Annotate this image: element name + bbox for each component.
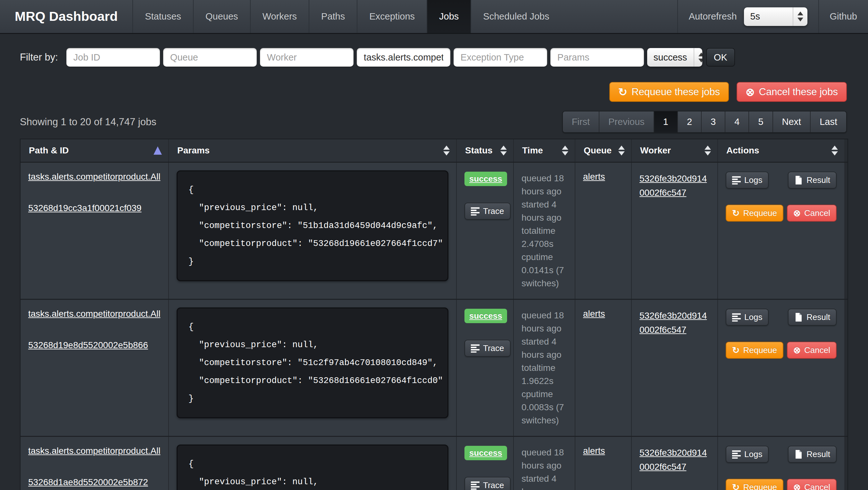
queue-link[interactable]: alerts xyxy=(583,309,605,319)
status-select[interactable]: success xyxy=(647,48,702,67)
pagination-previous[interactable]: Previous xyxy=(599,111,654,132)
cancel-label: Cancel xyxy=(804,208,830,218)
status-cell: success Trace xyxy=(456,163,513,299)
nav-tab-exceptions[interactable]: Exceptions xyxy=(357,0,427,33)
bulk-actions-bar: ↻ Requeue these jobs ⊗ Cancel these jobs xyxy=(0,82,847,102)
logs-label: Logs xyxy=(744,312,762,322)
nav-tab-statuses[interactable]: Statuses xyxy=(132,0,193,33)
actions-cell: Logs Result ↻ Requeue ⊗ Cancel xyxy=(717,300,844,436)
pagination-last[interactable]: Last xyxy=(810,111,846,132)
params-json: { "previous_price": null, "competitorsto… xyxy=(177,307,448,418)
worker-input[interactable] xyxy=(260,48,353,67)
brand-link[interactable]: MRQ Dashboard xyxy=(0,0,132,33)
column-header-path-id[interactable]: Path & ID xyxy=(21,139,168,162)
status-badge[interactable]: success xyxy=(464,172,507,186)
requeue-button[interactable]: ↻ Requeue xyxy=(726,479,783,490)
ok-button[interactable]: OK xyxy=(706,48,735,67)
result-button[interactable]: Result xyxy=(788,309,837,326)
nav-tab-workers[interactable]: Workers xyxy=(250,0,309,33)
queue-link[interactable]: alerts xyxy=(583,446,605,456)
queue-cell: alerts xyxy=(575,437,631,490)
queue-link[interactable]: alerts xyxy=(583,172,605,182)
time-cell: queued 18 hours ago started 4 hours ago … xyxy=(513,437,575,490)
worker-link[interactable]: 5326fe3b20d9140002f6c547 xyxy=(640,173,707,198)
autorefresh-label: Autorefresh xyxy=(689,11,737,22)
cancel-button[interactable]: ⊗ Cancel xyxy=(787,479,837,490)
trace-button[interactable]: Trace xyxy=(464,340,510,357)
queue-cell: alerts xyxy=(575,163,631,299)
sort-icon xyxy=(500,146,507,156)
column-header-params[interactable]: Params xyxy=(168,139,456,162)
worker-link[interactable]: 5326fe3b20d9140002f6c547 xyxy=(640,311,707,335)
trace-button[interactable]: Trace xyxy=(464,477,510,490)
table-row: tasks.alerts.competitorproduct.All 53268… xyxy=(21,436,847,490)
filter-by-label: Filter by: xyxy=(20,52,58,63)
job-id-link[interactable]: 53268d19cc3a1f00021cf039 xyxy=(28,203,161,213)
status-badge[interactable]: success xyxy=(464,446,507,460)
column-header-actions[interactable]: Actions xyxy=(717,139,844,162)
pagination-page-5[interactable]: 5 xyxy=(748,111,772,132)
job-id-input[interactable] xyxy=(66,48,160,67)
list-icon xyxy=(471,207,479,216)
cancel-these-jobs-button[interactable]: ⊗ Cancel these jobs xyxy=(737,82,847,102)
refresh-icon: ↻ xyxy=(618,87,628,97)
github-link[interactable]: Github xyxy=(830,11,857,22)
pagination-page-3[interactable]: 3 xyxy=(701,111,725,132)
queue-input[interactable] xyxy=(163,48,257,67)
requeue-these-jobs-button[interactable]: ↻ Requeue these jobs xyxy=(609,82,729,102)
refresh-icon: ↻ xyxy=(732,346,740,355)
nav-tab-paths[interactable]: Paths xyxy=(309,0,357,33)
trace-button[interactable]: Trace xyxy=(464,203,510,220)
job-id-link[interactable]: 53268d19e8d5520002e5b866 xyxy=(28,340,161,350)
result-button[interactable]: Result xyxy=(788,172,837,189)
worker-link[interactable]: 5326fe3b20d9140002f6c547 xyxy=(640,448,707,472)
column-header-worker[interactable]: Worker xyxy=(631,139,717,162)
cancel-button[interactable]: ⊗ Cancel xyxy=(787,342,837,359)
nav-tab-jobs[interactable]: Jobs xyxy=(427,0,470,33)
nav-tab-scheduled-jobs[interactable]: Scheduled Jobs xyxy=(470,0,561,33)
circle-x-icon: ⊗ xyxy=(746,87,755,97)
column-header-queue[interactable]: Queue xyxy=(575,139,631,162)
circle-x-icon: ⊗ xyxy=(793,346,801,355)
requeue-button[interactable]: ↻ Requeue xyxy=(726,205,783,222)
requeue-button[interactable]: ↻ Requeue xyxy=(726,342,783,359)
result-label: Result xyxy=(806,449,830,459)
navbar-spacer xyxy=(561,0,677,33)
column-label: Params xyxy=(177,145,210,156)
requeue-label: Requeue xyxy=(743,482,777,490)
logs-button[interactable]: Logs xyxy=(726,446,769,463)
job-path-link[interactable]: tasks.alerts.competitorproduct.All xyxy=(28,172,160,182)
pagination-page-2[interactable]: 2 xyxy=(677,111,701,132)
nav-tab-queues[interactable]: Queues xyxy=(193,0,250,33)
autorefresh-select[interactable]: 5s xyxy=(744,7,807,26)
column-label: Time xyxy=(522,145,543,156)
path-input[interactable] xyxy=(357,48,451,67)
pagination-page-4[interactable]: 4 xyxy=(725,111,748,132)
cancel-label: Cancel xyxy=(804,482,830,490)
status-cell: success Trace xyxy=(456,437,513,490)
status-badge[interactable]: success xyxy=(464,309,507,323)
job-id-link[interactable]: 53268d1ae8d5520002e5b872 xyxy=(28,477,161,487)
pagination-next[interactable]: Next xyxy=(773,111,810,132)
logs-button[interactable]: Logs xyxy=(726,172,769,189)
result-button[interactable]: Result xyxy=(788,446,837,463)
worker-cell: 5326fe3b20d9140002f6c547 xyxy=(631,437,717,490)
worker-cell: 5326fe3b20d9140002f6c547 xyxy=(631,163,717,299)
job-path-link[interactable]: tasks.alerts.competitorproduct.All xyxy=(28,309,160,319)
circle-x-icon: ⊗ xyxy=(793,483,801,490)
github-section: Github xyxy=(818,0,868,33)
result-label: Result xyxy=(806,175,830,185)
job-path-link[interactable]: tasks.alerts.competitorproduct.All xyxy=(28,446,160,456)
pagination-first[interactable]: First xyxy=(563,111,599,132)
exception-type-input[interactable] xyxy=(454,48,547,67)
column-header-time[interactable]: Time xyxy=(513,139,575,162)
column-header-status[interactable]: Status xyxy=(456,139,513,162)
params-input[interactable] xyxy=(550,48,644,67)
cancel-label: Cancel xyxy=(804,345,830,355)
pagination-page-1[interactable]: 1 xyxy=(654,111,677,132)
column-label: Status xyxy=(465,145,493,156)
logs-button[interactable]: Logs xyxy=(726,309,769,326)
autorefresh-section: Autorefresh 5s xyxy=(677,0,818,33)
params-cell: { "previous_price": null, "competitorsto… xyxy=(168,437,456,490)
cancel-button[interactable]: ⊗ Cancel xyxy=(787,205,837,222)
